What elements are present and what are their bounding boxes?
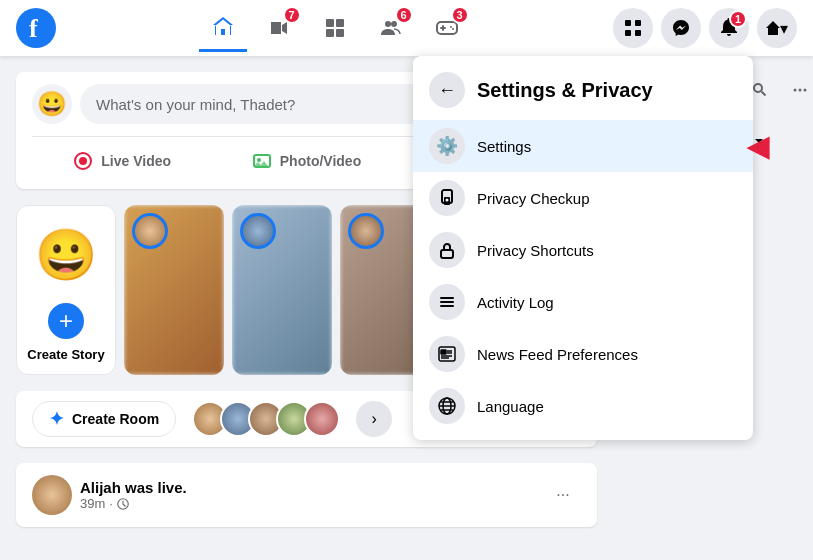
svg-rect-31	[440, 297, 454, 299]
svg-point-9	[450, 26, 452, 28]
svg-rect-4	[326, 29, 334, 37]
news-feed-icon	[429, 336, 465, 372]
language-icon	[429, 388, 465, 424]
story-emoji: 😀	[35, 226, 97, 284]
create-room-button[interactable]: ✦ Create Room	[32, 401, 176, 437]
news-feed-label: News Feed Preferences	[477, 346, 638, 363]
settings-label: Settings	[477, 138, 531, 155]
activity-log-label: Activity Log	[477, 294, 554, 311]
svg-rect-13	[625, 30, 631, 36]
groups-badge: 6	[395, 6, 413, 24]
post-more-button[interactable]: ···	[545, 477, 581, 513]
svg-point-10	[452, 28, 454, 30]
dropdown-header: ← Settings & Privacy	[413, 64, 753, 120]
settings-icon: ⚙️	[429, 128, 465, 164]
privacy-shortcuts-icon	[429, 232, 465, 268]
post-placeholder: What's on your mind, Thadet?	[96, 96, 295, 113]
create-story-card[interactable]: 😀 + Create Story	[16, 205, 116, 375]
photo-video-button[interactable]: Photo/Video	[216, 145, 396, 177]
contacts-more-button[interactable]	[782, 72, 813, 108]
post-username: Alijah was live.	[80, 479, 537, 496]
language-item[interactable]: Language	[413, 380, 753, 432]
svg-rect-3	[336, 19, 344, 27]
privacy-shortcuts-label: Privacy Shortcuts	[477, 242, 594, 259]
post-preview: Alijah was live. 39m · ···	[16, 463, 597, 527]
photo-video-label: Photo/Video	[280, 153, 361, 169]
nav-center: 7 6 3	[56, 4, 613, 52]
settings-item[interactable]: ⚙️ Settings ◀	[413, 120, 753, 172]
svg-rect-5	[336, 29, 344, 37]
post-time: 39m ·	[80, 496, 537, 511]
post-user-info: Alijah was live. 39m ·	[80, 479, 537, 511]
svg-rect-14	[635, 30, 641, 36]
live-video-button[interactable]: Live Video	[32, 145, 212, 177]
notifications-badge: 1	[729, 10, 747, 28]
privacy-shortcuts-item[interactable]: Privacy Shortcuts	[413, 224, 753, 276]
svg-point-26	[803, 89, 806, 92]
nav-groups-button[interactable]: 6	[367, 4, 415, 52]
svg-rect-35	[441, 350, 446, 354]
svg-rect-30	[441, 250, 453, 258]
live-video-label: Live Video	[101, 153, 171, 169]
nav-account-button[interactable]: ▾	[757, 8, 797, 48]
nav-store-button[interactable]	[311, 4, 359, 52]
svg-rect-11	[625, 20, 631, 26]
svg-point-16	[79, 157, 87, 165]
svg-rect-12	[635, 20, 641, 26]
user-avatar: 😀	[32, 84, 72, 124]
svg-text:f: f	[29, 14, 38, 43]
language-label: Language	[477, 398, 544, 415]
news-feed-preferences-item[interactable]: News Feed Preferences	[413, 328, 753, 380]
nav-gaming-button[interactable]: 3	[423, 4, 471, 52]
story-card-2[interactable]	[232, 205, 332, 375]
activity-log-item[interactable]: Activity Log	[413, 276, 753, 328]
red-arrow-indicator: ◀	[747, 130, 769, 163]
dropdown-title: Settings & Privacy	[477, 79, 653, 102]
friend-avatars-chevron[interactable]: ›	[356, 401, 392, 437]
friend-avatars	[192, 401, 332, 437]
svg-point-18	[257, 158, 261, 162]
svg-point-7	[391, 21, 397, 27]
privacy-checkup-label: Privacy Checkup	[477, 190, 590, 207]
svg-rect-33	[440, 305, 454, 307]
nav-messenger-button[interactable]	[661, 8, 701, 48]
create-story-plus: +	[48, 303, 84, 339]
post-action: was live.	[125, 479, 187, 496]
post-avatar	[32, 475, 72, 515]
create-room-label: Create Room	[72, 411, 159, 427]
svg-point-6	[385, 21, 391, 27]
video-badge: 7	[283, 6, 301, 24]
friend-avatar-5	[304, 401, 340, 437]
svg-rect-32	[440, 301, 454, 303]
privacy-checkup-item[interactable]: Privacy Checkup	[413, 172, 753, 224]
settings-privacy-dropdown: ← Settings & Privacy ⚙️ Settings ◀ Priva…	[413, 56, 753, 440]
svg-point-24	[793, 89, 796, 92]
nav-video-button[interactable]: 7	[255, 4, 303, 52]
create-story-label: Create Story	[27, 347, 104, 362]
nav-grid-button[interactable]	[613, 8, 653, 48]
privacy-checkup-icon	[429, 180, 465, 216]
nav-notifications-button[interactable]: 1	[709, 8, 749, 48]
facebook-logo[interactable]: f	[16, 8, 56, 48]
gaming-badge: 3	[451, 6, 469, 24]
dropdown-back-button[interactable]: ←	[429, 72, 465, 108]
svg-point-25	[798, 89, 801, 92]
nav-home-button[interactable]	[199, 4, 247, 52]
svg-point-23	[754, 84, 762, 92]
svg-point-29	[446, 199, 449, 202]
top-navigation: f 7 6 3	[0, 0, 813, 56]
nav-right: 1 ▾	[613, 8, 797, 48]
activity-log-icon	[429, 284, 465, 320]
svg-rect-2	[326, 19, 334, 27]
story-card-1[interactable]	[124, 205, 224, 375]
